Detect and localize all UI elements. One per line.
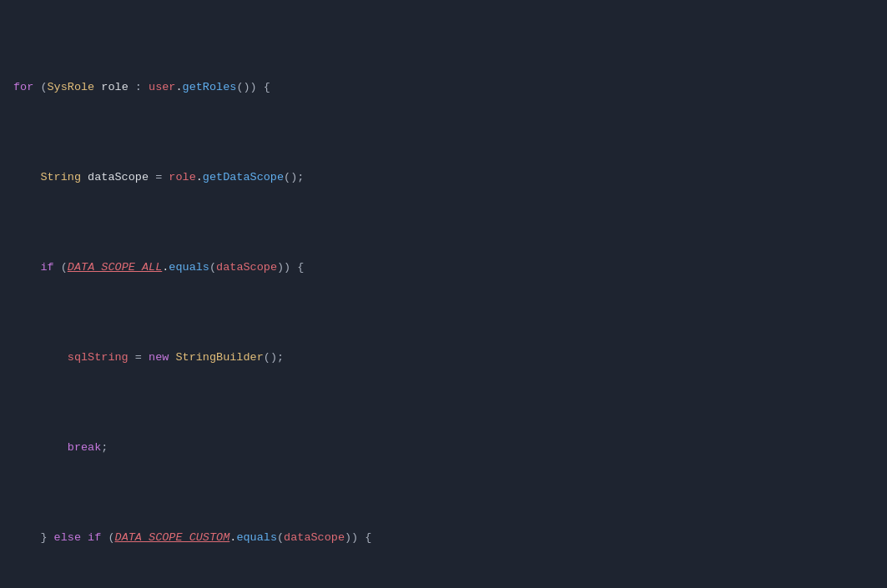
code-line: if (DATA_SCOPE_ALL.equals(dataScope)) { [0,259,887,277]
code-line: break; [0,439,887,457]
code-line: String dataScope = role.getDataScope(); [0,168,887,187]
code-editor: for (SysRole role : user.getRoles()) { S… [0,0,887,588]
code-line: } else if (DATA_SCOPE_CUSTOM.equals(data… [0,529,887,547]
code-line: for (SysRole role : user.getRoles()) { [0,78,887,97]
code-line: sqlString = new StringBuilder(); [0,349,887,367]
